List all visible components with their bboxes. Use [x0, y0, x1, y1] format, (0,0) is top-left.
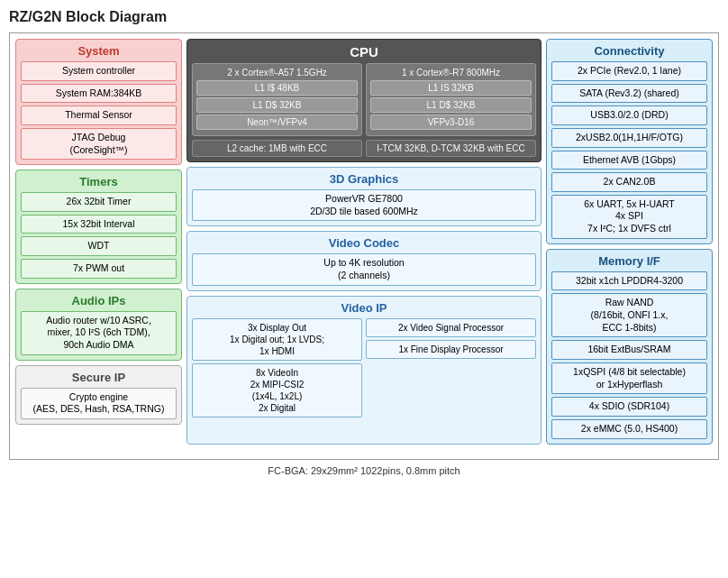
connectivity-item-0: 2x PCIe (Rev2.0, 1 lane) [551, 61, 707, 81]
memory-item-4: 4x SDIO (SDR104) [551, 397, 707, 417]
audio-section: Audio IPs Audio router w/10 ASRC,mixer, … [15, 289, 182, 361]
system-item-2: Thermal Sensor [21, 106, 177, 125]
graphics-item-0: PowerVR GE78002D/3D tile based 600MHz [192, 189, 536, 221]
connectivity-item-6: 6x UART, 5x H-UART4x SPI7x I²C; 1x DVFS … [551, 195, 707, 239]
cpu-core2-item0: L1 IS 32KB [370, 80, 532, 96]
cpu-core2-item2: VFPv3-D16 [370, 115, 532, 130]
timers-item-2: WDT [21, 236, 177, 256]
memory-item-1: Raw NAND(8/16bit, ONFI 1.x,ECC 1-8bits) [551, 293, 707, 337]
left-column: System System controller System RAM:384K… [15, 39, 182, 445]
videoip-right-item0: 2x Video Signal Processor [366, 318, 536, 337]
footer: FC-BGA: 29x29mm² 1022pins, 0.8mm pitch [9, 465, 719, 476]
system-item-3: JTAG Debug(CoreSight™) [21, 128, 177, 160]
timers-item-3: 7x PWM out [21, 259, 177, 279]
connectivity-title: Connectivity [551, 44, 707, 58]
system-title: System [21, 44, 177, 58]
timers-item-1: 15x 32bit Interval [21, 215, 177, 234]
secure-section: Secure IP Crypto engine(AES, DES, Hash, … [15, 365, 182, 425]
videoip-inner: 3x Display Out1x Digital out; 1x LVDS;1x… [192, 318, 536, 417]
right-column: Connectivity 2x PCIe (Rev2.0, 1 lane) SA… [546, 39, 713, 445]
block-diagram: System System controller System RAM:384K… [9, 32, 719, 460]
cpu-tcm: I-TCM 32KB, D-TCM 32KB with ECC [366, 140, 536, 157]
connectivity-item-5: 2x CAN2.0B [551, 172, 707, 192]
cpu-core1-title: 2 x Cortex®-A57 1.5GHz [196, 68, 358, 78]
connectivity-item-1: SATA (Rev3.2) (shared) [551, 84, 707, 104]
audio-title: Audio IPs [21, 294, 177, 307]
system-section: System System controller System RAM:384K… [15, 39, 182, 165]
secure-title: Secure IP [21, 371, 177, 384]
videoip-title: Video IP [192, 301, 536, 315]
cpu-section: CPU 2 x Cortex®-A57 1.5GHz L1 I$ 48KB L1… [187, 39, 541, 162]
timers-item-0: 26x 32bit Timer [21, 192, 177, 212]
memory-section: Memory I/F 32bit x1ch LPDDR4-3200 Raw NA… [546, 249, 713, 445]
connectivity-item-4: Ethernet AVB (1Gbps) [551, 151, 707, 170]
system-item-0: System controller [21, 61, 177, 81]
timers-title: Timers [21, 175, 177, 188]
cpu-core1-item2: Neon™/VFPv4 [196, 115, 358, 130]
videoip-right-item1: 1x Fine Display Processor [366, 340, 536, 359]
videoip-left-item1: 8x VideoIn2x MIPI-CSI2(1x4L, 1x2L)2x Dig… [192, 363, 362, 417]
audio-item-0: Audio router w/10 ASRC,mixer, 10 I²S (6c… [21, 311, 177, 355]
cpu-core2-title: 1 x Cortex®-R7 800MHz [370, 68, 532, 78]
memory-item-2: 16bit ExtBus/SRAM [551, 340, 707, 360]
codec-section: Video Codec Up to 4K resolution(2 channe… [187, 231, 541, 290]
videoip-section: Video IP 3x Display Out1x Digital out; 1… [187, 296, 541, 445]
page-title: RZ/G2N Block Diagram [9, 9, 719, 25]
codec-item-0: Up to 4K resolution(2 channels) [192, 253, 536, 285]
cpu-core1: 2 x Cortex®-A57 1.5GHz L1 I$ 48KB L1 D$ … [192, 63, 362, 136]
cpu-cores: 2 x Cortex®-A57 1.5GHz L1 I$ 48KB L1 D$ … [192, 63, 536, 136]
cpu-core1-item1: L1 D$ 32KB [196, 97, 358, 113]
videoip-right: 2x Video Signal Processor 1x Fine Displa… [366, 318, 536, 417]
memory-item-5: 2x eMMC (5.0, HS400) [551, 419, 707, 439]
mid-column: CPU 2 x Cortex®-A57 1.5GHz L1 I$ 48KB L1… [187, 39, 541, 445]
connectivity-item-3: 2xUSB2.0(1H,1H/F/OTG) [551, 128, 707, 148]
graphics-section: 3D Graphics PowerVR GE78002D/3D tile bas… [187, 167, 541, 226]
cpu-core2-item1: L1 D$ 32KB [370, 97, 532, 113]
codec-title: Video Codec [192, 236, 536, 250]
cpu-title: CPU [192, 44, 536, 60]
system-item-1: System RAM:384KB [21, 84, 177, 104]
memory-title: Memory I/F [551, 254, 707, 268]
memory-item-0: 32bit x1ch LPDDR4-3200 [551, 271, 707, 291]
timers-section: Timers 26x 32bit Timer 15x 32bit Interva… [15, 170, 182, 284]
connectivity-item-2: USB3.0/2.0 (DRD) [551, 106, 707, 125]
cpu-core1-item0: L1 I$ 48KB [196, 80, 358, 96]
videoip-left-item0: 3x Display Out1x Digital out; 1x LVDS;1x… [192, 318, 362, 361]
secure-item-0: Crypto engine(AES, DES, Hash, RSA,TRNG) [21, 388, 177, 419]
graphics-title: 3D Graphics [192, 172, 536, 186]
cpu-l2: L2 cache: 1MB with ECC [192, 140, 362, 157]
memory-item-3: 1xQSPI (4/8 bit selectable)or 1xHyperfla… [551, 362, 707, 394]
cpu-core2: 1 x Cortex®-R7 800MHz L1 IS 32KB L1 D$ 3… [366, 63, 536, 136]
videoip-left: 3x Display Out1x Digital out; 1x LVDS;1x… [192, 318, 362, 417]
connectivity-section: Connectivity 2x PCIe (Rev2.0, 1 lane) SA… [546, 39, 713, 244]
